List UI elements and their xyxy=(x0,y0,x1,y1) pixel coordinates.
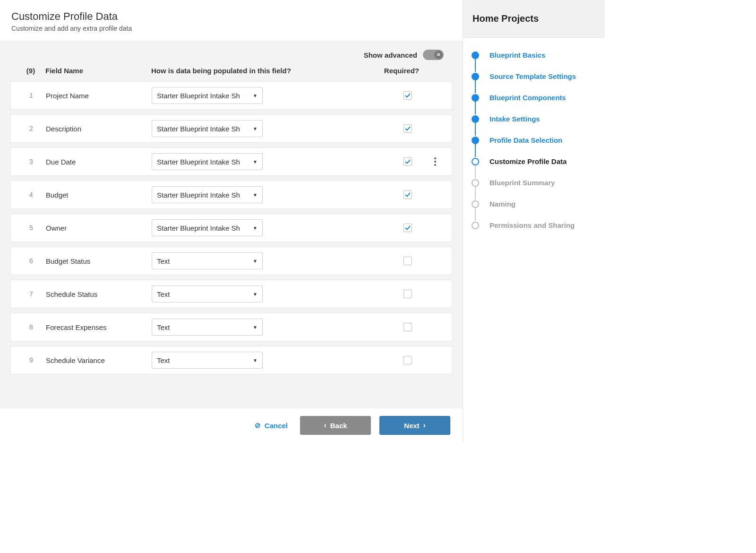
required-checkbox[interactable] xyxy=(404,91,412,100)
step-connector xyxy=(475,122,476,136)
field-source-cell: Starter Blueprint Intake Sh▼ xyxy=(152,120,331,137)
wizard-step[interactable]: Blueprint Basics xyxy=(472,51,596,59)
step-connector xyxy=(475,186,476,199)
source-value: Text xyxy=(157,323,250,331)
field-source-cell: Starter Blueprint Intake Sh▼ xyxy=(152,219,331,236)
footer: ⊘ Cancel ‹ Back Next › xyxy=(0,408,463,442)
back-label: Back xyxy=(330,422,347,430)
field-row: 6Budget StatusText▼ xyxy=(10,247,452,275)
cancel-icon: ⊘ xyxy=(255,421,261,430)
chevron-down-icon: ▼ xyxy=(253,259,258,264)
field-source-cell: Text▼ xyxy=(152,285,331,302)
required-checkbox[interactable] xyxy=(404,323,412,331)
row-number: 2 xyxy=(19,125,43,132)
required-cell xyxy=(331,323,443,331)
source-dropdown[interactable]: Starter Blueprint Intake Sh▼ xyxy=(152,219,263,236)
step-label: Customize Profile Data xyxy=(490,157,567,165)
source-value: Starter Blueprint Intake Sh xyxy=(157,191,250,199)
step-circle-icon xyxy=(472,94,479,102)
step-circle-icon xyxy=(472,115,479,123)
source-value: Starter Blueprint Intake Sh xyxy=(157,92,250,100)
chevron-down-icon: ▼ xyxy=(253,225,258,231)
row-number: 7 xyxy=(19,290,43,298)
back-button[interactable]: ‹ Back xyxy=(300,416,371,435)
step-connector xyxy=(475,144,476,157)
toolbar: Show advanced ✕ xyxy=(0,41,463,65)
required-checkbox[interactable] xyxy=(404,224,412,232)
step-list: Blueprint BasicsSource Template Settings… xyxy=(463,38,605,256)
field-name: Due Date xyxy=(43,158,152,166)
col-field-name: Field Name xyxy=(43,67,151,75)
required-cell xyxy=(331,91,443,100)
source-value: Starter Blueprint Intake Sh xyxy=(157,125,250,133)
content-scroll[interactable]: Show advanced ✕ (9) Field Name How is da… xyxy=(0,41,463,408)
next-button[interactable]: Next › xyxy=(379,416,450,435)
required-checkbox[interactable] xyxy=(404,356,412,364)
field-name: Project Name xyxy=(43,92,152,100)
step-label: Naming xyxy=(490,200,515,208)
field-source-cell: Starter Blueprint Intake Sh▼ xyxy=(152,87,331,104)
required-checkbox[interactable] xyxy=(404,124,412,133)
step-circle-icon xyxy=(472,137,479,144)
field-row: 5OwnerStarter Blueprint Intake Sh▼ xyxy=(10,214,452,242)
step-circle-icon xyxy=(472,73,479,80)
required-cell xyxy=(331,190,443,199)
required-checkbox[interactable] xyxy=(404,157,412,166)
field-row: 9Schedule VarianceText▼ xyxy=(10,346,452,374)
page-title: Customize Profile Data xyxy=(11,10,453,23)
row-kebab-menu[interactable] xyxy=(431,157,439,166)
source-dropdown[interactable]: Starter Blueprint Intake Sh▼ xyxy=(152,153,263,170)
chevron-down-icon: ▼ xyxy=(253,192,258,198)
chevron-down-icon: ▼ xyxy=(253,358,258,363)
step-label: Source Template Settings xyxy=(490,72,576,80)
step-label: Permissions and Sharing xyxy=(490,221,575,229)
chevron-down-icon: ▼ xyxy=(253,325,258,330)
required-checkbox[interactable] xyxy=(404,190,412,199)
source-dropdown[interactable]: Text▼ xyxy=(152,252,263,269)
source-value: Starter Blueprint Intake Sh xyxy=(157,158,250,166)
step-connector xyxy=(475,165,476,178)
step-connector xyxy=(475,207,476,221)
row-number: 6 xyxy=(19,257,43,265)
step-connector xyxy=(475,59,476,72)
close-icon: ✕ xyxy=(437,52,440,57)
source-value: Text xyxy=(157,257,250,265)
chevron-left-icon: ‹ xyxy=(324,421,326,430)
source-dropdown[interactable]: Starter Blueprint Intake Sh▼ xyxy=(152,186,263,203)
source-value: Starter Blueprint Intake Sh xyxy=(157,224,250,232)
show-advanced-toggle[interactable]: ✕ xyxy=(423,50,444,60)
step-circle-icon xyxy=(472,179,479,187)
required-cell xyxy=(331,157,443,166)
field-row: 4BudgetStarter Blueprint Intake Sh▼ xyxy=(10,181,452,209)
source-dropdown[interactable]: Text▼ xyxy=(152,319,263,336)
wizard-step[interactable]: Profile Data Selection xyxy=(472,136,596,144)
source-dropdown[interactable]: Starter Blueprint Intake Sh▼ xyxy=(152,87,263,104)
source-dropdown[interactable]: Text▼ xyxy=(152,285,263,302)
cancel-button[interactable]: ⊘ Cancel xyxy=(251,416,292,435)
show-advanced-label: Show advanced xyxy=(364,51,417,59)
source-dropdown[interactable]: Text▼ xyxy=(152,352,263,369)
row-number: 5 xyxy=(19,224,43,232)
source-value: Text xyxy=(157,356,250,364)
required-checkbox[interactable] xyxy=(404,290,412,298)
wizard-step: Naming xyxy=(472,200,596,208)
column-headers: (9) Field Name How is data being populat… xyxy=(0,65,463,81)
row-number: 4 xyxy=(19,191,43,199)
step-label: Blueprint Summary xyxy=(490,179,555,187)
wizard-step[interactable]: Blueprint Components xyxy=(472,94,596,102)
step-connector xyxy=(475,80,476,93)
wizard-step[interactable]: Source Template Settings xyxy=(472,72,596,80)
field-name: Forecast Expenses xyxy=(43,323,152,331)
chevron-down-icon: ▼ xyxy=(253,93,258,98)
field-row: 8Forecast ExpensesText▼ xyxy=(10,313,452,341)
source-dropdown[interactable]: Starter Blueprint Intake Sh▼ xyxy=(152,120,263,137)
wizard-step[interactable]: Intake Settings xyxy=(472,115,596,123)
required-checkbox[interactable] xyxy=(404,257,412,265)
field-name: Owner xyxy=(43,224,152,232)
row-number: 9 xyxy=(19,356,43,364)
field-name: Budget Status xyxy=(43,257,152,265)
field-source-cell: Text▼ xyxy=(152,352,331,369)
chevron-down-icon: ▼ xyxy=(253,292,258,297)
cancel-label: Cancel xyxy=(265,422,288,430)
row-number: 8 xyxy=(19,323,43,331)
